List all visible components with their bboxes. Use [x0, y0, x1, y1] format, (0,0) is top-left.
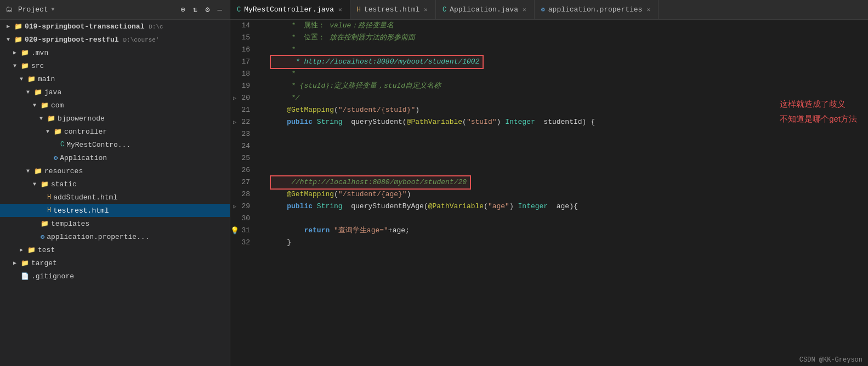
- sidebar-item-bjpowernode[interactable]: 📁 bjpowernode: [0, 112, 230, 125]
- gutter-27: [230, 176, 239, 188]
- gutter-20-collapse[interactable]: ▷: [230, 92, 239, 104]
- line-gutter-31: 💡 31: [230, 225, 263, 237]
- code-string-31: "查询学生age=": [334, 225, 388, 237]
- editor-area: 这样就造成了歧义 不知道是哪个get方法 14 15 16: [230, 20, 868, 366]
- code-integer-29: Integer: [518, 201, 548, 213]
- linenum-17: 17: [239, 56, 254, 68]
- code-line-26: [270, 164, 861, 176]
- sidebar-item-src[interactable]: 📁 src: [0, 59, 230, 72]
- code-return-31: return: [270, 225, 330, 237]
- gutter-31-bulb[interactable]: 💡: [230, 225, 239, 237]
- code-space-22a: [313, 116, 317, 128]
- code-paren-28b: ): [407, 188, 411, 201]
- main-content: 📁 019-springboot-transactional D:\c 📁 02…: [0, 20, 868, 366]
- sidebar-item-mvn[interactable]: 📁 .mvn: [0, 46, 230, 59]
- sidebar-item-target[interactable]: 📁 target: [0, 256, 230, 270]
- code-stuid-22: "stuId": [467, 116, 497, 128]
- side-annotation: 这样就造成了歧义 不知道是哪个get方法: [780, 96, 857, 126]
- settings-icon[interactable]: ⚙: [203, 5, 212, 14]
- project-label: Project: [18, 5, 48, 14]
- code-string-21: "/student/{stuId}": [338, 104, 415, 116]
- annotation-pathvar-22: @PathVariable: [407, 116, 462, 128]
- gutter-21: [230, 104, 239, 116]
- line-gutter-21: 21: [230, 104, 263, 116]
- code-line-24: [270, 140, 861, 152]
- sidebar-item-resources[interactable]: 📁 resources: [0, 164, 230, 178]
- tab-myrest[interactable]: C MyRestController.java ✕: [230, 0, 350, 19]
- tab-close-appprops[interactable]: ✕: [645, 5, 651, 14]
- code-method-22: queryStudent(: [343, 116, 407, 128]
- minimize-icon[interactable]: —: [215, 5, 224, 14]
- code-brace-32: }: [270, 237, 291, 249]
- gutter-29-collapse[interactable]: ▷: [230, 201, 239, 213]
- sidebar-item-testrest[interactable]: H testrest.html: [0, 204, 230, 217]
- sidebar-item-gitignore[interactable]: 📄 .gitignore: [0, 270, 230, 283]
- sidebar-item-controller[interactable]: 📁 controller: [0, 125, 230, 138]
- tab-close-testrest[interactable]: ✕: [423, 5, 429, 14]
- line-gutter-23: 23: [230, 128, 263, 140]
- sync-icon[interactable]: ⇅: [191, 5, 200, 14]
- annotation-getmapping-28: @GetMapping: [270, 188, 334, 201]
- code-string-type-29: String: [317, 201, 343, 213]
- sidebar-item-com[interactable]: 📁 com: [0, 99, 230, 112]
- tab-application[interactable]: C Application.java ✕: [436, 0, 535, 19]
- arrow-bjpowernode: [39, 116, 47, 122]
- arrow-target: [13, 260, 21, 266]
- folder-icon-target: 📁: [21, 259, 29, 267]
- line-gutter-16: 16: [230, 44, 263, 56]
- linenum-20: 20: [239, 92, 254, 104]
- folder-icon-resources: 📁: [34, 167, 42, 175]
- line-gutter-27: 27: [230, 176, 263, 188]
- sidebar-item-static[interactable]: 📁 static: [0, 178, 230, 191]
- folder-icon-templates: 📁: [41, 220, 49, 228]
- code-span-15: * 位置： 放在控制器方法的形参前面: [270, 32, 415, 44]
- highlighted-url-17: * http://localhost:8080/myboot/student/1…: [270, 55, 484, 69]
- folder-icon-019: 📁: [14, 22, 22, 31]
- java-icon-myrestcontroller: C: [60, 141, 64, 148]
- linenum-21: 21: [239, 104, 254, 116]
- code-content: * 属性： value：路径变量名 * 位置： 放在控制器方法的形参前面 * *…: [263, 20, 868, 366]
- highlighted-url-27: //http://localhost:8080/myboot/student/2…: [270, 175, 471, 190]
- sidebar-item-addstudent[interactable]: H addStudent.html: [0, 191, 230, 204]
- arrow-019: [7, 23, 14, 30]
- line-gutter-28: 28: [230, 188, 263, 201]
- code-span-14: * 属性： value：路径变量名: [270, 20, 394, 32]
- code-span-20: */: [270, 92, 300, 104]
- gutter-30: [230, 213, 239, 225]
- folder-icon-test: 📁: [27, 246, 36, 254]
- annotation-line2: 不知道是哪个get方法: [780, 111, 857, 126]
- sidebar-item-application[interactable]: ⚙ Application: [0, 151, 230, 164]
- java-icon-myrest: C: [237, 6, 241, 14]
- folder-icon-controller: 📁: [54, 128, 62, 136]
- folder-icon-src: 📁: [21, 62, 29, 70]
- gutter-26: [230, 164, 239, 176]
- linenum-18: 18: [239, 68, 254, 80]
- arrow-main: [20, 76, 27, 82]
- linenum-29: 29: [239, 201, 254, 213]
- sidebar-item-appprops-tree[interactable]: ⚙ application.propertie...: [0, 230, 230, 243]
- sidebar-item-templates[interactable]: 📁 templates: [0, 217, 230, 230]
- top-bar: 🗂 Project ▼ ⊕ ⇅ ⚙ — C MyRestController.j…: [0, 0, 868, 20]
- sidebar-item-test[interactable]: 📁 test: [0, 243, 230, 256]
- gutter-23: [230, 128, 239, 140]
- sidebar-item-main[interactable]: 📁 main: [0, 72, 230, 85]
- sidebar-item-020[interactable]: 📁 020-springboot-restful D:\course': [0, 33, 230, 46]
- tab-close-myrest[interactable]: ✕: [337, 5, 343, 14]
- tab-close-application[interactable]: ✕: [521, 5, 527, 14]
- add-icon[interactable]: ⊕: [178, 5, 187, 14]
- linenum-26: 26: [239, 164, 254, 176]
- arrow-mvn: [13, 49, 21, 56]
- tab-appprops[interactable]: ⚙ application.properties ✕: [535, 0, 659, 19]
- code-line-19: * {stuId}:定义路径变量，stuId自定义名称: [270, 80, 861, 92]
- arrow-test: [20, 247, 27, 253]
- arrow-020: [7, 37, 14, 43]
- line-gutter-14: 14: [230, 20, 263, 32]
- folder-icon-mvn: 📁: [21, 49, 29, 57]
- tab-testrest[interactable]: H testrest.html ✕: [350, 0, 436, 19]
- code-container[interactable]: 14 15 16 17 18: [230, 20, 868, 366]
- sidebar-item-myrestcontroller[interactable]: C MyRestContro...: [0, 138, 230, 151]
- sidebar-item-019[interactable]: 📁 019-springboot-transactional D:\c: [0, 20, 230, 33]
- sidebar-item-java[interactable]: 📁 java: [0, 85, 230, 99]
- gutter-22-collapse[interactable]: ▷: [230, 116, 239, 128]
- code-span-16: *: [270, 44, 296, 56]
